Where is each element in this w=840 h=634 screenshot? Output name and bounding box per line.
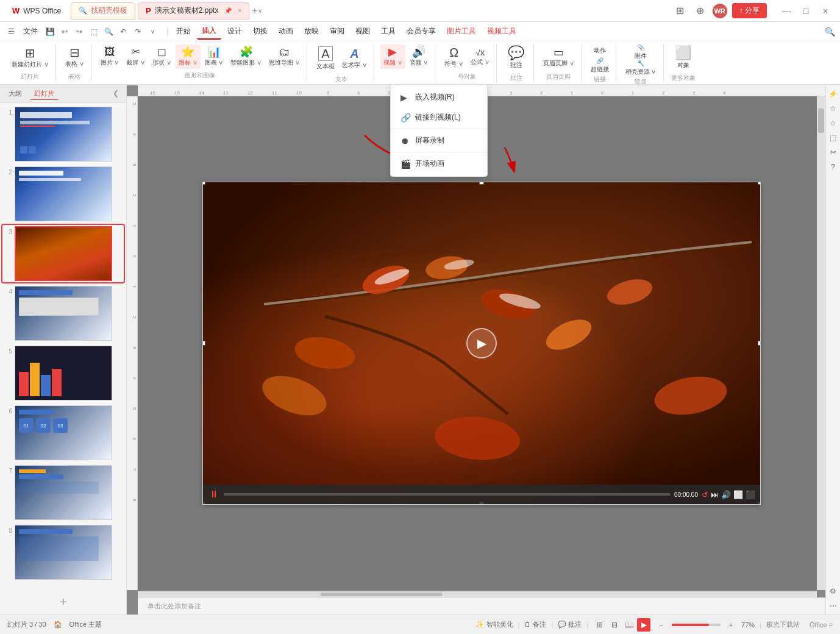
apps-icon[interactable]: ⊕ <box>692 4 708 18</box>
qa-undo2[interactable]: ↶ <box>117 26 129 38</box>
vc-expand-btn[interactable]: ⬜ <box>733 490 743 499</box>
comment-button[interactable]: 💬 批注 <box>503 45 530 71</box>
dropdown-item-link[interactable]: 🔗 链接到视频(L) <box>391 107 487 127</box>
rs-star2[interactable]: ☆ <box>827 117 839 129</box>
menu-animation[interactable]: 动画 <box>274 24 298 39</box>
wordart-button[interactable]: A 艺术字 ∨ <box>339 46 370 71</box>
tab-slides[interactable]: 幻灯片 <box>30 88 58 100</box>
minimize-button[interactable]: — <box>777 2 796 20</box>
tab-template[interactable]: 🔍 找稻壳模板 <box>71 2 135 20</box>
tab-pptx-pin[interactable]: 📌 <box>224 7 232 14</box>
rs-lightning[interactable]: ⚡ <box>827 88 839 100</box>
menu-start[interactable]: 开始 <box>171 24 196 39</box>
qa-redo2[interactable]: ↷ <box>132 26 144 38</box>
shape-button[interactable]: ◻ 形状 ∨ <box>149 45 174 69</box>
table-button[interactable]: ⊟ 表格 ∨ <box>62 45 87 70</box>
resize-handle-tl[interactable] <box>203 182 205 185</box>
tab-pptx[interactable]: P 演示文稿素材2.pptx 📌 × <box>138 2 249 20</box>
tab-wps[interactable]: W WPS Office <box>5 2 68 20</box>
mindmap-button[interactable]: 🗂 思维导图 ∨ <box>266 45 303 69</box>
attach-button[interactable]: 📎 附件 <box>630 45 652 59</box>
tab-outline[interactable]: 大纲 <box>5 88 26 100</box>
view-slide-sorter[interactable]: ⊟ <box>608 618 621 632</box>
formula-button[interactable]: √x 公式 ∨ <box>468 46 493 68</box>
zoom-out-btn[interactable]: − <box>655 620 666 630</box>
menu-vip[interactable]: 会员专享 <box>402 24 441 39</box>
dropdown-item-intro[interactable]: 🎬 开场动画 <box>391 154 487 174</box>
dropdown-item-record[interactable]: ⏺ 屏幕录制 <box>391 130 487 151</box>
icon-button[interactable]: ⭐ 图标 ∨ <box>176 45 201 69</box>
menu-video-tools[interactable]: 视频工具 <box>482 24 521 39</box>
scrollbar-v[interactable] <box>817 96 825 590</box>
search-toolbar[interactable]: 🔍 <box>825 27 835 37</box>
share-button[interactable]: ↑ 分享 <box>732 3 767 18</box>
rs-more[interactable]: ⋯ <box>827 600 839 612</box>
file-menu[interactable]: 文件 <box>18 24 43 39</box>
view-presenter[interactable]: ▶ <box>637 618 650 632</box>
menu-tools[interactable]: 工具 <box>376 24 400 39</box>
list-item[interactable]: 1 <box>2 105 124 163</box>
chart-button[interactable]: 📊 图表 ∨ <box>202 45 227 69</box>
video-button[interactable]: ▶ 视频 ∨ <box>380 45 405 69</box>
textbox-button[interactable]: A 文本框 <box>313 45 338 73</box>
list-item[interactable]: 5 <box>2 344 124 402</box>
smartart-button[interactable]: 🧩 智能图形 ∨ <box>227 45 265 69</box>
menu-picture-tools[interactable]: 图片工具 <box>442 24 481 39</box>
menu-insert[interactable]: 插入 <box>197 23 221 40</box>
note-bar[interactable]: 单击此处添加备注 <box>138 597 825 614</box>
list-item[interactable]: 8 <box>2 524 124 581</box>
qa-screenshot[interactable]: ⬚ <box>88 26 100 38</box>
user-avatar[interactable]: WR <box>713 4 727 18</box>
audio-button[interactable]: 🔊 音频 ∨ <box>407 45 432 69</box>
tab-pptx-close[interactable]: × <box>238 7 241 14</box>
panel-collapse[interactable]: ❮ <box>110 88 121 100</box>
list-item[interactable]: 4 <box>2 285 124 342</box>
hyperlink-button[interactable]: 🔗 超链接 <box>588 58 612 73</box>
menu-transition[interactable]: 切换 <box>248 24 272 39</box>
zoom-in-btn[interactable]: + <box>725 620 736 630</box>
list-item[interactable]: 6 01 02 03 <box>2 404 124 461</box>
qa-save[interactable]: 💾 <box>44 26 56 38</box>
qa-arrow-down[interactable]: ∨ <box>146 26 158 38</box>
resize-handle-tr[interactable] <box>758 182 760 185</box>
menu-view[interactable]: 视图 <box>351 24 375 39</box>
vc-volume-btn[interactable]: 🔊 <box>721 490 731 499</box>
tile-view-icon[interactable]: ⊞ <box>672 4 688 18</box>
picture-button[interactable]: 🖼 图片 ∨ <box>98 45 123 69</box>
notes-btn[interactable]: 🗒 备注 <box>524 620 546 629</box>
smart-beautify-btn[interactable]: ✨ 智能美化 <box>475 620 513 629</box>
action-button[interactable]: 动作 <box>589 45 611 57</box>
vc-play-pause[interactable]: ⏸ <box>208 489 220 500</box>
list-item[interactable]: 2 <box>2 165 124 223</box>
menu-design[interactable]: 设计 <box>222 24 247 39</box>
qa-search[interactable]: 🔍 <box>102 26 115 38</box>
zoom-slider[interactable] <box>672 624 721 626</box>
vc-progress-bar[interactable] <box>224 493 671 496</box>
qa-undo[interactable]: ↩ <box>59 26 71 38</box>
resize-handle-tc[interactable] <box>479 182 484 185</box>
qa-redo[interactable]: ↪ <box>73 26 85 38</box>
rs-star1[interactable]: ☆ <box>827 102 839 115</box>
menu-slideshow[interactable]: 放映 <box>299 24 324 39</box>
hamburger-menu[interactable]: ☰ <box>5 26 17 38</box>
slide-frame[interactable]: ▶ ⏸ 00:00.00 <box>202 182 761 505</box>
play-button[interactable]: ▶ <box>466 328 497 358</box>
resource-button[interactable]: 🔧 稻壳资源 ∨ <box>622 60 660 75</box>
rs-scissors[interactable]: ✂ <box>827 146 839 158</box>
object-button[interactable]: ⬜ 对象 <box>670 45 697 71</box>
vc-crop-btn[interactable]: ⬛ <box>746 490 755 499</box>
rs-settings[interactable]: ⚙ <box>827 585 839 597</box>
maximize-button[interactable]: □ <box>796 2 816 20</box>
resize-handle-mr[interactable] <box>758 341 760 346</box>
headerfooter-button[interactable]: ▭ 页眉页脚 ∨ <box>540 45 577 70</box>
rs-help[interactable]: ? <box>827 161 839 173</box>
view-reading[interactable]: 📖 <box>622 618 636 632</box>
dropdown-item-embed[interactable]: ▶ 嵌入视频(R) <box>391 87 487 107</box>
view-normal[interactable]: ⊞ <box>593 618 607 632</box>
add-slide-button[interactable]: ＋ <box>0 588 126 614</box>
new-tab-button[interactable]: + <box>252 5 257 16</box>
new-slide-button[interactable]: ⊞ 新建幻灯片 ∨ <box>9 45 52 71</box>
screenshot-button[interactable]: ✂ 截屏 ∨ <box>123 45 148 69</box>
scrollbar-h[interactable] <box>138 591 817 597</box>
new-tab-arrow[interactable]: ∨ <box>258 7 262 14</box>
